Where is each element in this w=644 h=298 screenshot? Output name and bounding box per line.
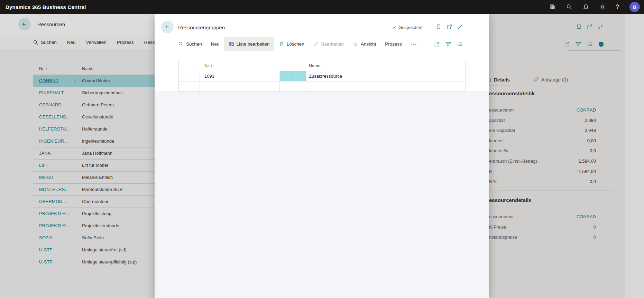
toolbar-neu[interactable]: Neu xyxy=(206,37,224,51)
eye-icon xyxy=(353,41,358,47)
edit-list-icon xyxy=(229,41,234,47)
dialog-body-background xyxy=(155,91,489,298)
expand-icon[interactable] xyxy=(457,24,463,30)
list-view-icon[interactable] xyxy=(457,41,463,47)
table-row-empty[interactable] xyxy=(179,81,466,92)
toolbar-loeschen[interactable]: Löschen xyxy=(274,37,309,51)
toolbar-ansicht[interactable]: Ansicht xyxy=(348,37,380,51)
notifications-bell-icon[interactable] xyxy=(583,4,589,10)
column-header-name[interactable]: Name xyxy=(309,64,320,68)
name-cell[interactable]: Zusatzressource xyxy=(306,71,466,81)
row-context-menu-icon[interactable]: ⋮ xyxy=(280,71,306,81)
dialog-header-icons xyxy=(435,24,463,30)
dialog-title: Ressourcengruppen xyxy=(178,25,225,30)
help-icon[interactable]: ? xyxy=(616,4,619,10)
app-window: Dynamics 365 Business Central ? B Ressou… xyxy=(0,0,644,298)
user-avatar[interactable]: B xyxy=(629,2,640,12)
settings-gear-icon[interactable] xyxy=(599,4,606,10)
top-nav-bar: Dynamics 365 Business Central ? B xyxy=(0,0,644,14)
ressourcengruppen-table: Nr.↑ Name → 1093 ⋮ Zusatzressource xyxy=(178,61,466,92)
table-header: Nr.↑ Name xyxy=(179,61,466,71)
sort-asc-icon: ↑ xyxy=(211,64,213,68)
more-options-icon[interactable]: ⋯ xyxy=(406,37,421,51)
share-icon[interactable] xyxy=(434,41,440,47)
dialog-toolbar-icons xyxy=(434,37,463,51)
name-cell[interactable] xyxy=(306,81,466,92)
topbar-icons: ? B xyxy=(550,0,640,14)
back-arrow-icon xyxy=(165,24,170,30)
toolbar-bearbeiten[interactable]: Bearbeiten xyxy=(309,37,348,51)
dialog-back-button[interactable] xyxy=(161,21,174,33)
pencil-icon xyxy=(313,41,319,47)
open-in-window-icon[interactable] xyxy=(446,24,452,30)
search-icon[interactable] xyxy=(566,4,572,10)
toolbar-prozess[interactable]: Prozess xyxy=(380,37,406,51)
nr-cell[interactable] xyxy=(200,81,280,92)
ressourcengruppen-dialog: Ressourcengruppen ✓ Gespeichert Suchen N… xyxy=(155,14,489,298)
current-row-arrow-icon: → xyxy=(179,71,200,81)
check-icon: ✓ xyxy=(393,25,396,30)
toolbar-divider xyxy=(171,51,472,51)
toolbar-suchen[interactable]: Suchen xyxy=(174,37,206,51)
dialog-toolbar: Suchen Neu Liste bearbeiten Löschen Bear… xyxy=(155,37,448,51)
bookmark-icon[interactable] xyxy=(435,24,442,30)
company-building-icon[interactable] xyxy=(550,4,556,10)
search-icon xyxy=(178,41,184,47)
trash-icon xyxy=(279,41,284,47)
table-row[interactable]: → 1093 ⋮ Zusatzressource xyxy=(179,71,466,81)
app-title: Dynamics 365 Business Central xyxy=(6,4,86,10)
column-header-nr[interactable]: Nr.↑ xyxy=(204,64,212,68)
toolbar-liste-bearbeiten[interactable]: Liste bearbeiten xyxy=(224,37,274,51)
saved-indicator: ✓ Gespeichert xyxy=(393,25,423,30)
filter-icon[interactable] xyxy=(445,41,451,47)
nr-cell[interactable]: 1093 xyxy=(200,71,280,81)
dots-cell[interactable] xyxy=(280,81,306,92)
arrow-cell[interactable] xyxy=(179,81,200,92)
